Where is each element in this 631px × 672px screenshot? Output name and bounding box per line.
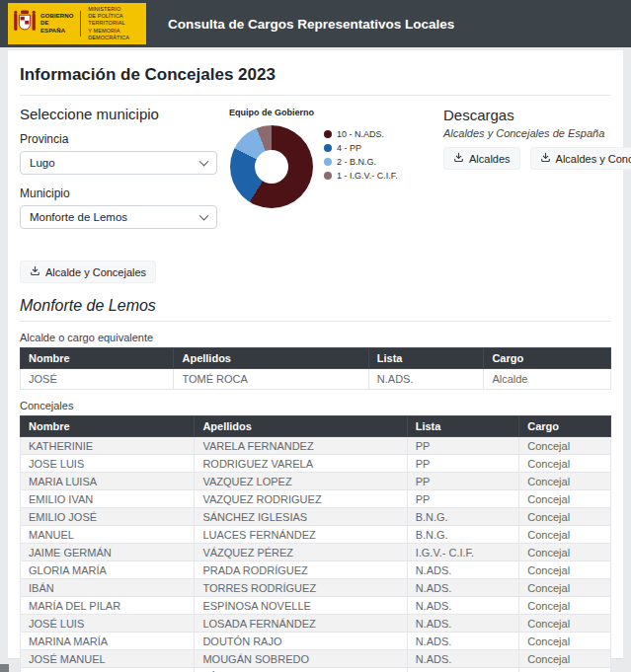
concejales-table-body: KATHERINIEVARELA FERNANDEZPPConcejalJOSE… [21,437,611,672]
table-cell: Concejal [519,668,611,672]
table-cell: MOUGÁN SOBREDO [195,650,407,668]
table-cell: JOSÉ LUIS [21,615,195,633]
table-cell: SÁNCHEZ IGLESIAS [195,508,407,526]
download-alcaldes-button[interactable]: Alcaldes [443,147,520,170]
table-cell: PP [407,490,519,508]
app-title: Consulta de Cargos Representativos Local… [168,17,454,32]
table-row: MANUELLUACES FERNÁNDEZB.N.G.Concejal [21,526,611,544]
table-row: EMILIO JOSÉSÁNCHEZ IGLESIASB.N.G.Conceja… [21,508,611,526]
download-alcalde-concejales-municipio-button[interactable]: Alcalde y Concejales [20,261,156,283]
table-row: JOSÉTOMÉ ROCAN.ADS.Alcalde [21,369,611,390]
table-cell: N.ADS. [407,579,519,597]
table-cell: TOMÉ ROCA [174,369,368,390]
table-cell: Concejal [519,615,611,633]
column-header: Nombre [21,348,174,369]
municipality-download-row: Alcalde y Concejales [20,261,611,283]
table-row: JOSE LUISRODRIGUEZ VARELAPPConcejal [21,455,611,473]
table-cell: Concejal [519,455,611,473]
table-row: GLORIA MARÍAPRADA RODRÍGUEZN.ADS.Conceja… [21,561,611,579]
table-cell: MARÍA DEL PILAR [21,597,195,615]
table-cell: MARIA LUISA [21,473,195,490]
table-cell: VAZQUEZ LOPEZ [195,473,407,490]
provincia-select[interactable]: Lugo [20,151,217,175]
table-row: MARIA LUISAVAZQUEZ LOPEZPPConcejal [21,473,611,490]
table-cell: Concejal [519,650,611,668]
table-cell: IBÁN [21,579,195,597]
table-row: EMILIO IVANVAZQUEZ RODRIGUEZPPConcejal [21,490,611,508]
downloads-heading: Descargas [443,107,631,123]
legend-dot-icon [324,172,332,180]
legend-label: 4 - PP [337,143,361,153]
selector-heading: Seleccione municipio [20,106,229,122]
table-cell: PP [407,437,519,455]
table-cell: N.ADS. [407,633,519,650]
table-cell: B.N.G. [407,508,519,526]
table-cell: JOSÉ MANUEL [21,650,195,668]
municipality-name-heading: Monforte de Lemos [20,297,611,315]
concejales-table-caption: Concejales [20,400,611,411]
alcalde-table-body: JOSÉTOMÉ ROCAN.ADS.Alcalde [21,369,611,390]
downloads-subtitle: Alcaldes y Concejales de España [443,127,631,139]
table-cell: Concejal [519,633,611,650]
table-cell: RODRIGUEZ VARELA [195,455,407,473]
top-section: Seleccione municipio Provincia Lugo Muni… [20,106,611,241]
table-cell: VÁZQUEZ PÉREZ [195,544,407,561]
download-icon [30,265,40,278]
table-row: MARÍA DEL PILARESPINOSA NOVELLEN.ADS.Con… [21,597,611,615]
column-header: Apellidos [195,416,407,437]
table-row: MARINA MARÍADOUTÓN RAJON.ADS.Concejal [21,633,611,650]
table-cell: ESPINOSA NOVELLE [195,597,407,615]
ministry-text: MINISTERIO DE POLÍTICA TERRITORIAL Y MEM… [88,6,141,41]
gobierno-text: GOBIERNO DE ESPAÑA [40,13,73,36]
table-cell: KATHERINIE [21,437,195,455]
municipio-select-wrap: Monforte de Lemos [20,205,217,229]
table-cell: Alcalde [484,369,611,390]
table-cell: GLORIA MARÍA [21,561,195,579]
table-cell: Concejal [519,544,611,561]
column-header: Cargo [484,348,611,369]
download-icon [453,152,464,165]
table-cell: TORRES RODRÍGUEZ [195,579,407,597]
legend-dot-icon [324,144,332,152]
chart-legend: 10 - N.ADS.4 - PP2 - B.N.G.1 - I.G.V.- C… [324,129,398,208]
table-cell: N.ADS. [368,369,484,390]
logo-divider [80,11,81,37]
chart-main: Equipo de Gobierno [229,108,314,208]
table-cell: EMILIO JOSÉ [21,508,195,526]
table-cell: Concejal [519,490,611,508]
table-cell: Concejal [519,437,611,455]
legend-item: 1 - I.G.V.- C.I.F. [324,171,398,181]
municipio-label: Municipio [20,187,229,200]
table-cell: PP [407,455,519,473]
table-row: REGINALÓPEZ ARIASN.ADS.Concejal [21,668,611,672]
download-alcaldes-label: Alcaldes [469,153,511,165]
table-cell: I.G.V.- C.I.F. [407,544,519,561]
page-title: Información de Concejales 2023 [20,65,611,85]
provincia-select-wrap: Lugo [20,151,217,175]
table-cell: N.ADS. [407,615,519,633]
downloads-buttons: Alcaldes Alcaldes y Concejales [443,147,631,170]
table-row: JOSÉ MANUELMOUGÁN SOBREDON.ADS.Concejal [21,650,611,668]
concejales-table: NombreApellidosListaCargo KATHERINIEVARE… [20,415,611,672]
header-row: NombreApellidosListaCargo [21,416,611,437]
download-alcaldes-concejales-button[interactable]: Alcaldes y Concejales [530,147,631,170]
legend-item: 10 - N.ADS. [324,129,398,139]
column-header: Lista [407,416,519,437]
column-header: Apellidos [174,348,368,369]
legend-item: 4 - PP [324,143,398,153]
legend-dot-icon [324,158,332,166]
concejales-table-head: NombreApellidosListaCargo [21,416,611,437]
chart-title: Equipo de Gobierno [229,108,314,117]
column-header: Nombre [21,416,195,437]
downloads-section: Descargas Alcaldes y Concejales de Españ… [443,107,631,170]
table-cell: Concejal [519,597,611,615]
table-cell: JOSE LUIS [21,455,195,473]
table-row: IBÁNTORRES RODRÍGUEZN.ADS.Concejal [21,579,611,597]
donut-chart [230,125,313,208]
municipio-select[interactable]: Monforte de Lemos [20,205,217,229]
table-cell: Concejal [519,508,611,526]
legend-label: 10 - N.ADS. [337,129,384,139]
table-row: JAIME GERMÁNVÁZQUEZ PÉREZI.G.V.- C.I.F.C… [21,544,611,561]
header-row: NombreApellidosListaCargo [21,348,611,369]
government-chart: Equipo de Gobierno 10 - N.ADS.4 - PP2 - … [229,108,432,208]
